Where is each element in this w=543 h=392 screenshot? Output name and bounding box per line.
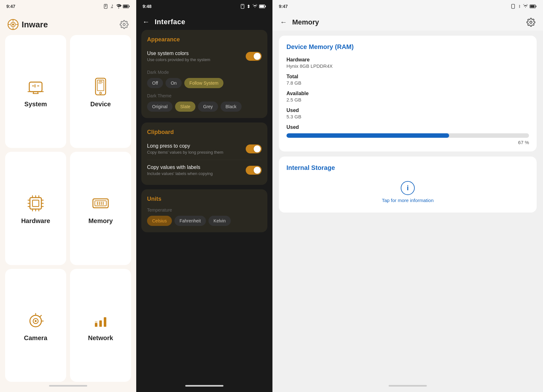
dark-theme-section: Dark Theme Original Slate Grey Black (147, 93, 262, 112)
panel-main-menu: 9:47 Inware (0, 0, 136, 392)
dark-mode-off-chip[interactable]: Off (147, 78, 163, 88)
dark-theme-slate-chip[interactable]: Slate (175, 102, 195, 112)
status-icons-panel3 (511, 4, 537, 9)
long-press-row: Long press to copy Copy items' values by… (147, 141, 262, 157)
app-name-label: Inware (22, 20, 48, 30)
panel3-header: ← Memory (272, 13, 543, 31)
system-colors-toggle[interactable] (246, 52, 262, 61)
svg-point-59 (530, 21, 532, 24)
camera-label: Camera (24, 334, 47, 342)
wifi-icon (116, 4, 122, 9)
svg-rect-3 (129, 6, 130, 7)
back-button-p2[interactable]: ← (143, 18, 150, 26)
camera-icon (27, 312, 45, 329)
menu-card-device[interactable]: Device (70, 35, 131, 148)
celsius-chip[interactable]: Celsius (147, 216, 172, 226)
svg-rect-46 (99, 320, 102, 327)
svg-rect-54 (511, 4, 514, 8)
dark-theme-chips: Original Slate Grey Black (147, 102, 262, 112)
progress-label: Used (286, 124, 529, 130)
fahrenheit-chip[interactable]: Fahrenheit (174, 216, 206, 226)
available-stat: Available 2.5 GB (286, 91, 529, 102)
home-indicator-panel3 (389, 385, 427, 387)
long-press-toggle[interactable] (246, 144, 262, 153)
sim-icon-p3 (511, 4, 516, 9)
system-colors-knob (254, 53, 261, 60)
svg-rect-57 (530, 5, 534, 7)
menu-card-hardware[interactable]: Hardware (5, 152, 66, 265)
svg-point-11 (123, 24, 125, 26)
menu-card-camera[interactable]: Camera (5, 269, 66, 382)
wifi-icon-p2 (252, 4, 258, 9)
dark-theme-grey-chip[interactable]: Grey (198, 102, 218, 112)
system-label: System (24, 101, 47, 108)
hardware-label: Hardware (21, 217, 50, 225)
temperature-label: Temperature (147, 207, 262, 213)
settings-icon-p3[interactable] (526, 18, 535, 27)
dark-mode-on-chip[interactable]: On (166, 78, 182, 88)
time-panel3: 9:47 (279, 4, 288, 9)
bluetooth-icon (109, 4, 115, 9)
clipboard-title: Clipboard (147, 129, 262, 136)
long-press-knob (254, 145, 261, 152)
svg-rect-14 (97, 80, 104, 91)
ram-card: Device Memory (RAM) Hardware Hynix 8GB L… (279, 36, 537, 151)
ram-card-title: Device Memory (RAM) (286, 43, 529, 51)
dark-theme-original-chip[interactable]: Original (147, 102, 173, 112)
long-press-sub: Copy items' values by long pressing them (147, 150, 223, 155)
long-press-label: Long press to copy (147, 143, 223, 149)
sim-icon-p2 (240, 4, 245, 9)
menu-card-system[interactable]: System (5, 35, 66, 148)
panel1-header: Inware (0, 13, 136, 35)
progress-pct: 67 % (286, 140, 529, 145)
menu-card-memory[interactable]: Memory (70, 152, 131, 265)
hardware-label: Hardware (286, 57, 529, 63)
total-value: 7.8 GB (286, 80, 529, 86)
kelvin-chip[interactable]: Kelvin (208, 216, 231, 226)
panel3-bottom-bar (272, 382, 543, 392)
system-icon (27, 78, 45, 95)
network-icon (92, 312, 109, 329)
svg-rect-45 (95, 323, 97, 327)
tap-info-section[interactable]: i Tap for more information (286, 178, 529, 206)
interface-title: Interface (155, 18, 185, 26)
hardware-icon (27, 194, 45, 212)
used-label: Used (286, 108, 529, 113)
dark-theme-black-chip[interactable]: Black (221, 102, 242, 112)
time-panel2: 9:48 (143, 4, 152, 9)
svg-line-43 (40, 315, 41, 317)
battery-icon (123, 4, 130, 9)
memory-label: Memory (88, 217, 113, 225)
storage-title: Internal Storage (286, 164, 335, 172)
svg-marker-50 (249, 4, 250, 8)
hardware-value: Hynix 8GB LPDDR4X (286, 63, 529, 69)
status-icons-panel1 (103, 4, 130, 9)
temperature-chips: Celsius Fahrenheit Kelvin (147, 216, 262, 226)
svg-rect-12 (29, 82, 42, 92)
svg-rect-58 (536, 6, 536, 7)
home-indicator-panel1 (49, 385, 87, 387)
svg-rect-0 (104, 4, 107, 8)
network-label: Network (88, 334, 113, 342)
available-label: Available (286, 91, 529, 96)
tap-label: Tap for more information (382, 198, 434, 203)
back-button-p3[interactable]: ← (280, 18, 287, 26)
svg-rect-53 (265, 6, 266, 7)
app-logo-icon (8, 19, 18, 30)
storage-card[interactable]: Internal Storage i Tap for more informat… (279, 157, 537, 213)
svg-rect-20 (32, 200, 39, 206)
used-stat: Used 5.3 GB (286, 108, 529, 119)
used-value: 5.3 GB (286, 114, 529, 119)
home-indicator-panel2 (185, 385, 223, 387)
dark-mode-follow-chip[interactable]: Follow System (184, 78, 223, 88)
appearance-card: Appearance Use system colors Use colors … (141, 30, 267, 118)
units-card: Units Temperature Celsius Fahrenheit Kel… (141, 189, 267, 232)
bluetooth-icon-p2 (246, 4, 251, 9)
main-grid-menu: System Device (0, 35, 136, 382)
settings-content: Appearance Use system colors Use colors … (136, 30, 272, 382)
svg-rect-49 (241, 4, 244, 8)
time-panel1: 9:47 (6, 4, 15, 9)
copy-labels-toggle[interactable] (246, 166, 262, 175)
settings-icon[interactable] (120, 20, 129, 29)
menu-card-network[interactable]: Network (70, 269, 131, 382)
